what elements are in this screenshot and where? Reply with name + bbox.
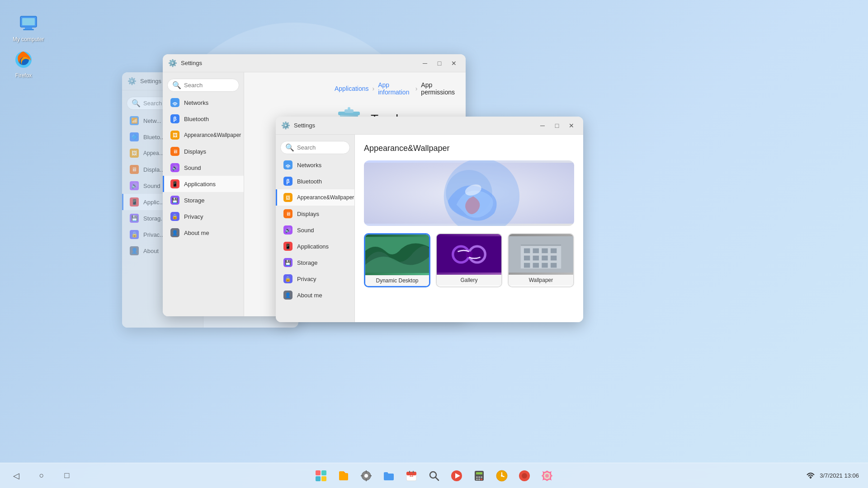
close-btn-main[interactable]: ✕ (448, 57, 460, 70)
displays-icon-back: 🖥 (130, 165, 139, 174)
controls-main[interactable]: ─ □ ✕ (419, 57, 460, 70)
crumb-permissions: App permissions (421, 81, 457, 96)
taskbar-file-manager[interactable] (380, 467, 398, 485)
svg-rect-49 (321, 476, 326, 481)
wallpaper-label: Wallpaper (509, 275, 573, 286)
sidebar-bluetooth-ap[interactable]: β Bluetooth (276, 173, 354, 189)
about-icon-back: 👤 (130, 246, 139, 255)
crumb-appinfo[interactable]: App information (378, 81, 412, 96)
disp-icon-main: 🖥 (170, 147, 179, 156)
search-main[interactable]: 🔍 (167, 79, 239, 92)
desktop-icon-firefox[interactable]: Firefox (9, 45, 38, 82)
svg-point-13 (348, 107, 350, 110)
title-main: ⚙️ Settings (168, 59, 202, 67)
wifi-icon (806, 471, 815, 480)
taskbar-files[interactable] (335, 467, 353, 485)
svg-rect-53 (366, 479, 367, 481)
wallpaper-option[interactable]: Wallpaper (508, 233, 574, 287)
nav-back-icon[interactable]: ◁ (9, 469, 24, 483)
search-input-main[interactable] (184, 82, 234, 89)
wallpaper-gallery[interactable]: Gallery (436, 233, 502, 287)
sidebar-appearance-ap[interactable]: 🖼 Appearance&Wallpaper (276, 189, 354, 206)
sidebar-displays-ap[interactable]: 🖥 Displays (276, 206, 354, 222)
svg-rect-44 (542, 263, 547, 268)
sidebar-main: 🔍 Networks β Bluetooth 🖼 Appearance&Wa (163, 72, 244, 316)
taskbar-media[interactable] (448, 467, 466, 485)
apps-icon-main: 📱 (170, 179, 179, 188)
crumb-apps[interactable]: Applications (335, 85, 369, 92)
sidebar-apps-ap[interactable]: 📱 Applications (276, 238, 354, 254)
svg-point-80 (545, 474, 549, 478)
svg-point-78 (522, 473, 527, 479)
sidebar-sound-ap[interactable]: 🔊 Sound (276, 222, 354, 238)
sidebar-about-main[interactable]: 👤 About me (163, 225, 244, 241)
sidebar-sound-main[interactable]: 🔊 Sound (163, 160, 244, 176)
net-icon-ap (283, 160, 292, 169)
min-btn-main[interactable]: ─ (419, 57, 431, 70)
sound-icon-back: 🔊 (130, 181, 139, 190)
taskbar-calendar[interactable]: 12 (402, 467, 420, 485)
crumb-sep-1: › (373, 85, 375, 92)
bt-icon-ap: β (283, 177, 292, 186)
svg-rect-35 (533, 249, 539, 253)
about-icon-ap: 👤 (283, 291, 292, 300)
desktop-icon-computer[interactable]: My computer (9, 9, 47, 46)
max-btn-appearance[interactable]: □ (551, 119, 563, 132)
sidebar-displays-main[interactable]: 🖥 Displays (163, 143, 244, 160)
sidebar-apps-main[interactable]: 📱 Applications (163, 176, 244, 192)
svg-rect-40 (542, 256, 547, 261)
sidebar-privacy-main[interactable]: 🔒 Privacy (163, 208, 244, 225)
sidebar-storage-main[interactable]: 💾 Storage (163, 192, 244, 208)
taskbar-photos[interactable] (538, 467, 556, 485)
firefox-label: Firefox (15, 72, 32, 79)
taskbar-settings[interactable] (357, 467, 375, 485)
svg-rect-38 (524, 256, 530, 261)
sidebar-about-ap[interactable]: 👤 About me (276, 287, 354, 303)
wallpaper-dynamic-desktop[interactable]: Dynamic Desktop (364, 233, 430, 287)
title-appearance: ⚙️ Settings (281, 121, 315, 130)
taskbar-nav: ◁ ○ □ (9, 469, 74, 483)
appearance-icon-back: 🖼 (130, 149, 139, 158)
stor-icon-main: 💾 (170, 196, 179, 205)
sidebar-privacy-ap[interactable]: 🔒 Privacy (276, 271, 354, 287)
taskbar: ◁ ○ □ (0, 463, 868, 488)
appearance-content: Appearance&Wallpaper (355, 135, 583, 322)
close-btn-appearance[interactable]: ✕ (565, 119, 578, 132)
taskbar-calculator[interactable] (470, 467, 488, 485)
svg-rect-30 (466, 252, 472, 258)
search-appearance[interactable]: 🔍 (280, 141, 350, 154)
sidebar-networks-main[interactable]: Networks (163, 94, 244, 111)
controls-appearance[interactable]: ─ □ ✕ (536, 119, 578, 132)
search-input-appearance[interactable] (297, 144, 345, 151)
taskbar-record[interactable] (515, 467, 533, 485)
dynamic-desktop-preview (365, 235, 429, 275)
svg-rect-3 (23, 29, 34, 30)
sidebar-networks-ap[interactable]: Networks (276, 157, 354, 173)
svg-rect-42 (524, 263, 530, 268)
sidebar-bluetooth-main[interactable]: β Bluetooth (163, 111, 244, 127)
wallpaper-options-grid: Dynamic Desktop (364, 233, 574, 287)
svg-rect-9 (344, 109, 354, 113)
taskbar-clock[interactable] (493, 467, 511, 485)
sidebar-storage-ap[interactable]: 💾 Storage (276, 254, 354, 271)
nav-home-icon[interactable]: ○ (34, 469, 49, 483)
gallery-preview (437, 234, 501, 275)
storage-icon-back: 💾 (130, 214, 139, 223)
taskbar-search[interactable] (425, 467, 443, 485)
max-btn-main[interactable]: □ (433, 57, 446, 70)
min-btn-appearance[interactable]: ─ (536, 119, 549, 132)
svg-point-69 (481, 476, 482, 478)
priv-icon-main: 🔒 (170, 212, 179, 221)
priv-icon-ap: 🔒 (283, 274, 292, 283)
featured-wallpaper[interactable] (364, 160, 574, 226)
about-icon-main: 👤 (170, 228, 179, 237)
taskbar-app-grid[interactable] (312, 467, 330, 485)
disp-icon-ap: 🖥 (283, 209, 292, 218)
sidebar-appearance-main[interactable]: 🖼 Appearance&Wallpaper (163, 127, 244, 143)
firefox-icon (13, 49, 34, 70)
nav-recents-icon[interactable]: □ (60, 469, 74, 483)
svg-rect-1 (22, 18, 35, 25)
svg-rect-33 (521, 244, 561, 246)
gallery-label: Gallery (437, 275, 501, 286)
svg-point-21 (288, 167, 288, 168)
